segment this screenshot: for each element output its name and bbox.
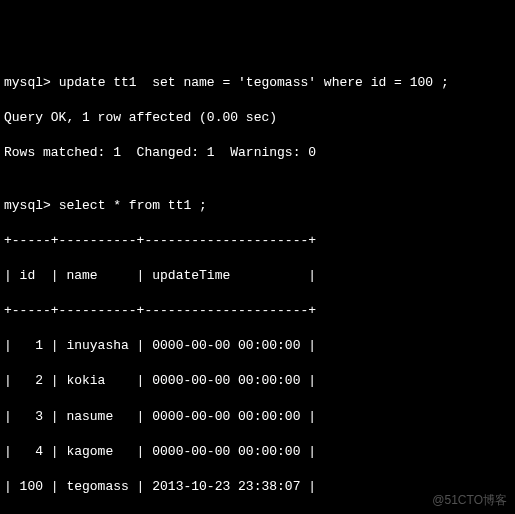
tbl1-border-mid: +-----+----------+---------------------+ [4, 302, 511, 320]
tbl1-header: | id | name | updateTime | [4, 267, 511, 285]
msg-rows-matched: Rows matched: 1 Changed: 1 Warnings: 0 [4, 144, 511, 162]
tbl1-row: | 1 | inuyasha | 0000-00-00 00:00:00 | [4, 337, 511, 355]
tbl1-border-top: +-----+----------+---------------------+ [4, 232, 511, 250]
cmd-update: mysql> update tt1 set name = 'tegomass' … [4, 74, 511, 92]
msg-query-ok-1: Query OK, 1 row affected (0.00 sec) [4, 109, 511, 127]
watermark: @51CTO博客 [432, 492, 507, 508]
tbl1-row: | 3 | nasume | 0000-00-00 00:00:00 | [4, 408, 511, 426]
tbl1-row: | 4 | kagome | 0000-00-00 00:00:00 | [4, 443, 511, 461]
cmd-select-1: mysql> select * from tt1 ; [4, 197, 511, 215]
tbl1-row: | 2 | kokia | 0000-00-00 00:00:00 | [4, 372, 511, 390]
